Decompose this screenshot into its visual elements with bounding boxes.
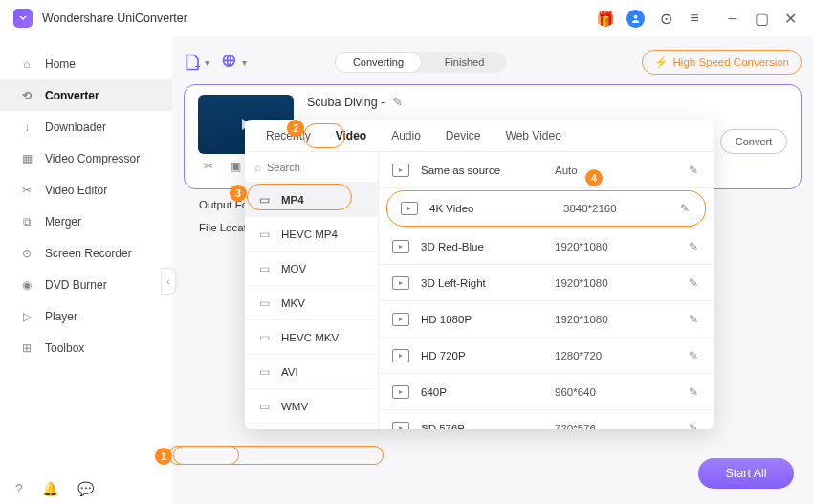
sidebar-item-video-compressor[interactable]: ▦Video Compressor — [0, 142, 172, 174]
format-mov[interactable]: ▭MOV — [245, 252, 378, 286]
footer-icons: ? 🔔 💬 — [15, 481, 94, 496]
resolution-row[interactable]: 3D Red-Blue1920*1080✎ — [379, 229, 714, 265]
segment-finished[interactable]: Finished — [422, 52, 507, 73]
app-title: Wondershare UniConverter — [42, 11, 187, 25]
maximize-button[interactable]: ▢ — [752, 9, 771, 28]
sidebar-label: Video Editor — [45, 184, 107, 197]
sidebar-icon: ⊙ — [19, 246, 34, 261]
user-avatar[interactable] — [626, 10, 645, 28]
format-icon: ▭ — [256, 261, 272, 276]
sidebar-icon: ⊞ — [19, 340, 34, 356]
sidebar-label: Downloader — [45, 121, 106, 134]
sidebar-item-merger[interactable]: ⧉Merger — [0, 206, 172, 237]
sidebar-label: DVD Burner — [45, 278, 107, 292]
panel-tab-video[interactable]: Video — [324, 122, 378, 151]
crop-icon[interactable]: ▣ — [231, 160, 241, 173]
gift-icon[interactable]: 🎁 — [598, 11, 613, 26]
resolution-edit-icon[interactable]: ✎ — [689, 164, 698, 177]
resolution-value: 960*640 — [555, 386, 650, 398]
minimize-button[interactable]: – — [723, 9, 742, 28]
resolution-value: 1280*720 — [555, 350, 650, 362]
trim-icon[interactable]: ✂ — [204, 160, 213, 173]
resolution-icon — [392, 422, 409, 430]
sidebar-icon: ▦ — [19, 151, 34, 166]
sidebar-label: Merger — [45, 215, 81, 229]
sidebar-label: Converter — [45, 89, 99, 102]
menu-icon[interactable]: ≡ — [687, 11, 702, 26]
format-mp4[interactable]: ▭MP4 — [245, 183, 378, 217]
format-wmv[interactable]: ▭WMV — [245, 389, 378, 424]
resolution-edit-icon[interactable]: ✎ — [689, 276, 698, 290]
notification-icon[interactable]: 🔔 — [42, 481, 58, 496]
resolution-edit-icon[interactable]: ✎ — [689, 385, 698, 399]
add-url-button[interactable]: ▾ — [221, 53, 247, 72]
format-search-input[interactable] — [267, 162, 353, 173]
app-logo — [13, 9, 33, 28]
convert-button[interactable]: Convert — [720, 129, 787, 154]
sidebar-item-screen-recorder[interactable]: ⊙Screen Recorder — [0, 237, 172, 269]
resolution-row[interactable]: 4K Video3840*2160✎ — [386, 190, 706, 227]
resolution-edit-icon[interactable]: ✎ — [689, 240, 698, 253]
resolution-row[interactable]: HD 1080P1920*1080✎ — [379, 301, 714, 338]
resolution-icon — [392, 164, 409, 177]
sidebar-icon: ⌂ — [19, 56, 34, 72]
bolt-icon: ⚡ — [654, 55, 668, 69]
format-mkv[interactable]: ▭MKV — [245, 286, 378, 320]
sidebar-label: Screen Recorder — [45, 247, 132, 260]
resolution-value: 720*576 — [555, 423, 650, 430]
high-speed-label: High Speed Conversion — [673, 56, 789, 68]
sidebar-label: Toolbox — [45, 341, 84, 355]
close-button[interactable]: ✕ — [780, 9, 800, 28]
format-icon: ▭ — [256, 192, 272, 208]
sidebar-icon: ✂ — [19, 183, 34, 198]
format-hevc-mp4[interactable]: ▭HEVC MP4 — [245, 217, 378, 252]
resolution-icon — [392, 313, 409, 326]
resolution-edit-icon[interactable]: ✎ — [689, 313, 698, 326]
add-file-button[interactable]: +▾ — [184, 53, 209, 72]
sidebar-item-converter[interactable]: ⟲Converter — [0, 79, 172, 111]
format-label: WMV — [281, 401, 308, 412]
sidebar-icon: ◉ — [19, 277, 34, 293]
resolution-row[interactable]: HD 720P1280*720✎ — [379, 338, 714, 374]
resolution-name: 3D Left-Right — [421, 277, 555, 289]
resolution-row[interactable]: Same as sourceAuto✎ — [379, 152, 714, 188]
title-bar: Wondershare UniConverter 🎁 ⊙ ≡ – ▢ ✕ — [0, 0, 813, 36]
panel-tab-audio[interactable]: Audio — [380, 122, 432, 151]
resolution-row[interactable]: 640P960*640✎ — [379, 374, 714, 410]
sidebar-item-dvd-burner[interactable]: ◉DVD Burner — [0, 269, 172, 300]
search-icon: ⌕ — [254, 161, 261, 174]
feedback-icon[interactable]: 💬 — [77, 481, 94, 496]
format-icon: ▭ — [256, 330, 272, 345]
sidebar-label: Player — [45, 310, 77, 323]
panel-tab-device[interactable]: Device — [434, 122, 493, 151]
sidebar-label: Home — [45, 57, 76, 71]
start-all-button[interactable]: Start All — [698, 458, 794, 489]
high-speed-toggle[interactable]: ⚡High Speed Conversion — [642, 50, 802, 75]
sidebar-item-downloader[interactable]: ↓Downloader — [0, 111, 172, 142]
format-panel: RecentlyVideoAudioDeviceWeb Video ⌕ ▭MP4… — [245, 120, 714, 429]
resolution-edit-icon[interactable]: ✎ — [689, 422, 698, 430]
sidebar-item-home[interactable]: ⌂Home — [0, 48, 172, 79]
sidebar-item-toolbox[interactable]: ⊞Toolbox — [0, 332, 172, 363]
format-label: AVI — [281, 366, 298, 378]
resolution-edit-icon[interactable]: ✎ — [689, 349, 698, 362]
resolution-row[interactable]: SD 576P720*576✎ — [379, 410, 714, 429]
resolution-value: 1920*1080 — [555, 277, 650, 289]
resolution-icon — [392, 276, 409, 290]
resolution-name: HD 720P — [421, 350, 555, 362]
sidebar-icon: ▷ — [19, 309, 34, 324]
format-hevc-mkv[interactable]: ▭HEVC MKV — [245, 320, 378, 355]
sidebar-item-video-editor[interactable]: ✂Video Editor — [0, 174, 172, 206]
resolution-row[interactable]: 3D Left-Right1920*1080✎ — [379, 265, 714, 301]
format-avi[interactable]: ▭AVI — [245, 355, 378, 389]
edit-title-icon[interactable]: ✎ — [392, 95, 403, 109]
headset-icon[interactable]: ⊙ — [658, 11, 673, 26]
resolution-name: Same as source — [421, 164, 555, 176]
format-search: ⌕ — [245, 152, 378, 183]
resolution-edit-icon[interactable]: ✎ — [680, 202, 690, 215]
annotation-3: 3 — [230, 185, 247, 202]
panel-tab-web-video[interactable]: Web Video — [494, 122, 573, 151]
help-icon[interactable]: ? — [15, 481, 23, 496]
segment-converting[interactable]: Converting — [335, 52, 422, 73]
sidebar-item-player[interactable]: ▷Player — [0, 300, 172, 332]
